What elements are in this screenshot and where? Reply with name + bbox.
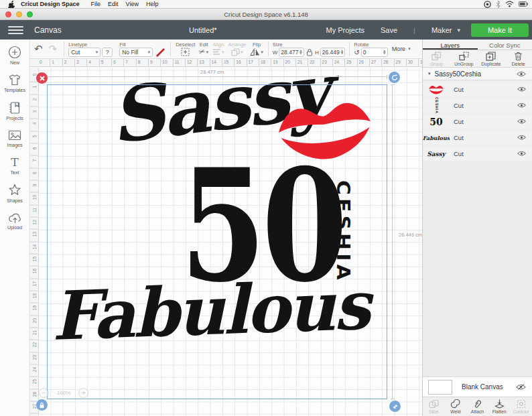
eye-icon[interactable] bbox=[517, 86, 526, 92]
menu-item-file[interactable]: File bbox=[91, 1, 101, 7]
eye-icon[interactable] bbox=[517, 151, 526, 156]
zoom-in-button[interactable]: + bbox=[78, 388, 88, 398]
layer-row-sassy[interactable]: Sassy Cut bbox=[423, 147, 532, 161]
tab-layers[interactable]: Layers bbox=[423, 40, 478, 50]
menu-item-view[interactable]: View bbox=[126, 1, 139, 7]
machine-select[interactable]: Maker ▾ bbox=[431, 26, 460, 34]
tab-color-sync[interactable]: Color Sync bbox=[478, 40, 532, 50]
sidebar-item-text[interactable]: T Text bbox=[11, 156, 19, 175]
eye-icon[interactable] bbox=[517, 102, 526, 108]
delete-button[interactable]: Delete bbox=[505, 50, 532, 67]
canvas-label: Canvas bbox=[34, 25, 62, 35]
ungroup-button[interactable]: UnGroup bbox=[450, 50, 478, 67]
flatten-button[interactable]: Flatten bbox=[488, 397, 511, 416]
attach-button[interactable]: Attach bbox=[466, 397, 488, 416]
linetype-dropdown[interactable]: Cut▾ bbox=[68, 48, 101, 57]
canvas-zoom-control: − 100% + bbox=[39, 388, 88, 398]
eye-icon bbox=[517, 135, 526, 140]
delete-selection-handle[interactable] bbox=[36, 72, 48, 84]
blank-canvas-row[interactable]: Blank Canvas bbox=[423, 376, 532, 397]
slice-button[interactable]: Slice bbox=[423, 397, 445, 416]
align-button[interactable]: Align ▾ bbox=[210, 40, 226, 58]
canvas-color-swatch[interactable] bbox=[428, 380, 452, 395]
edit-button[interactable]: Edit ✂ ▾ bbox=[197, 40, 210, 58]
resize-selection-handle[interactable] bbox=[389, 401, 401, 412]
layer-row-ceshia[interactable]: CESHIA Cut bbox=[423, 98, 532, 113]
menu-item-edit[interactable]: Edit bbox=[108, 1, 119, 7]
eye-icon bbox=[517, 86, 526, 92]
eye-slash-icon bbox=[516, 384, 526, 391]
menu-app-name[interactable]: Cricut Design Space bbox=[21, 1, 80, 7]
sidebar-item-images[interactable]: Images bbox=[7, 129, 23, 147]
arrange-icon bbox=[231, 48, 240, 56]
sidebar-item-projects[interactable]: Projects bbox=[6, 101, 23, 121]
redo-button[interactable]: ↷ bbox=[49, 43, 58, 55]
flip-icon bbox=[250, 48, 260, 56]
eye-slash-icon[interactable] bbox=[516, 384, 526, 391]
rotate-icon: ↺ bbox=[354, 49, 359, 56]
weld-icon bbox=[450, 399, 460, 409]
sidebar-item-shapes[interactable]: Shapes bbox=[7, 184, 23, 203]
width-input[interactable]: 28.477 ▲▼ bbox=[279, 48, 304, 57]
rotate-selection-handle[interactable] bbox=[389, 72, 400, 83]
left-sidebar: New Templates Projects Images T Text Sha… bbox=[0, 40, 30, 416]
collapse-icon[interactable]: ▾ bbox=[428, 71, 431, 76]
screen-record-icon[interactable] bbox=[484, 1, 491, 8]
wifi-icon[interactable] bbox=[505, 1, 514, 7]
resize-icon bbox=[392, 403, 399, 410]
battery-icon[interactable] bbox=[519, 1, 528, 7]
eye-icon bbox=[517, 102, 526, 108]
sidebar-item-upload[interactable]: Upload bbox=[7, 212, 22, 230]
sidebar-item-templates[interactable]: Templates bbox=[4, 74, 25, 92]
layer-row-fabulous[interactable]: Fabulous Cut bbox=[423, 131, 532, 145]
document-title[interactable]: Untitled* bbox=[189, 26, 217, 34]
weld-button[interactable]: Weld bbox=[445, 397, 467, 416]
more-button[interactable]: More▾ bbox=[389, 40, 413, 58]
flip-button[interactable]: Flip ▾ bbox=[248, 40, 265, 58]
group-name: Sassy50Ceshia bbox=[435, 70, 481, 78]
my-projects-link[interactable]: My Projects bbox=[326, 26, 364, 34]
group-button[interactable]: Group bbox=[423, 50, 450, 67]
window-title: Cricut Design Space v6.1.148 bbox=[0, 11, 532, 18]
eye-icon[interactable] bbox=[517, 71, 526, 77]
slice-icon bbox=[429, 399, 439, 409]
eye-icon[interactable] bbox=[517, 119, 526, 124]
duplicate-button[interactable]: Duplicate bbox=[478, 50, 505, 67]
height-dimension-line bbox=[392, 84, 393, 399]
linetype-help-button[interactable]: ? bbox=[102, 48, 113, 57]
apple-icon[interactable] bbox=[8, 1, 15, 8]
arrange-button[interactable]: Arrange ▾ bbox=[226, 40, 249, 58]
lock-icon bbox=[39, 402, 45, 409]
sidebar-item-new[interactable]: New bbox=[8, 46, 21, 65]
linetype-label: Linetype bbox=[68, 42, 113, 48]
height-input[interactable]: 26.449 ▲▼ bbox=[320, 48, 346, 57]
rotate-icon bbox=[391, 74, 398, 81]
layer-group-header[interactable]: ▾ Sassy50Ceshia bbox=[423, 68, 532, 80]
fill-dropdown[interactable]: No Fill▾ bbox=[119, 48, 153, 57]
height-dimension-label: 26.449 cm bbox=[397, 232, 422, 238]
undo-button[interactable]: ↶ bbox=[34, 43, 43, 55]
ungroup-icon bbox=[459, 52, 469, 61]
eye-icon bbox=[517, 71, 526, 77]
selection-bounding-box[interactable] bbox=[47, 84, 387, 399]
layer-row-fifty[interactable]: 50 Cut bbox=[423, 115, 532, 129]
lock-selection-handle[interactable] bbox=[36, 399, 48, 411]
eye-icon[interactable] bbox=[517, 135, 526, 140]
fill-label: Fill bbox=[119, 42, 166, 48]
lock-icon[interactable] bbox=[306, 48, 313, 56]
rotate-input[interactable]: 0 ▲▼ bbox=[361, 48, 388, 57]
design-canvas[interactable]: 0123456789101112131415161718192021222324… bbox=[30, 68, 422, 416]
contour-button[interactable]: Contour bbox=[510, 397, 532, 416]
menu-item-help[interactable]: Help bbox=[146, 1, 159, 7]
fabulous-thumbnail: Fabulous bbox=[423, 135, 450, 141]
zoom-out-button[interactable]: − bbox=[39, 388, 49, 398]
height-label: H bbox=[315, 50, 319, 56]
header-separator: | bbox=[413, 26, 415, 34]
layer-row-lips[interactable]: Cut bbox=[423, 82, 532, 96]
hamburger-menu-icon[interactable] bbox=[8, 24, 23, 36]
bluetooth-icon[interactable] bbox=[496, 1, 501, 8]
group-icon bbox=[431, 52, 442, 61]
deselect-button[interactable]: Deselect bbox=[174, 40, 197, 58]
make-it-button[interactable]: Make It bbox=[471, 23, 529, 37]
save-link[interactable]: Save bbox=[381, 26, 397, 34]
